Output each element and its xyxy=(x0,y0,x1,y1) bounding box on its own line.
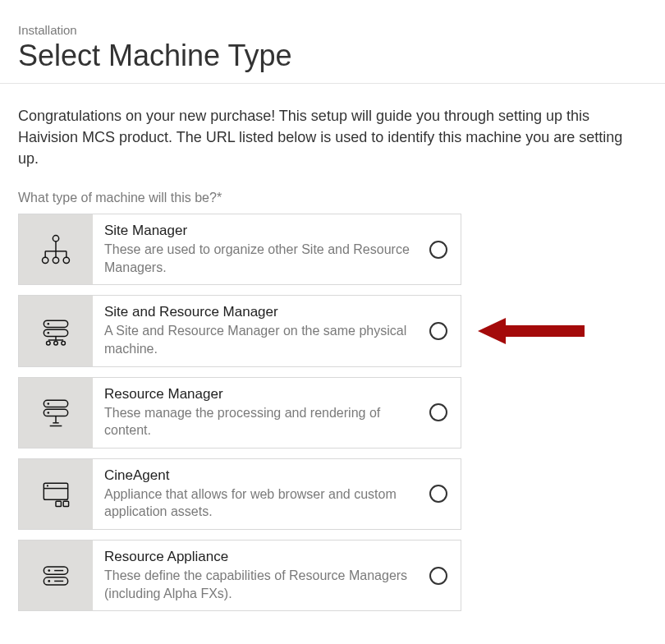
svg-point-7 xyxy=(53,257,58,263)
option-title: Resource Manager xyxy=(104,386,415,402)
option-title: Site and Resource Manager xyxy=(104,304,415,320)
resource-appliance-icon xyxy=(19,540,93,610)
svg-rect-30 xyxy=(63,502,68,507)
svg-marker-18 xyxy=(478,318,585,344)
radio-indicator xyxy=(429,485,447,503)
option-desc: Appliance that allows for web browser an… xyxy=(104,485,415,521)
option-desc: These define the capabilities of Resourc… xyxy=(104,567,415,602)
svg-point-6 xyxy=(43,257,48,263)
red-arrow-annotation xyxy=(478,315,585,347)
svg-point-22 xyxy=(48,412,50,414)
intro-text: Congratulations on your new purchase! Th… xyxy=(18,105,642,169)
site-resource-manager-icon xyxy=(19,296,93,366)
option-desc: These are used to organize other Site an… xyxy=(104,241,415,276)
breadcrumb: Installation xyxy=(18,23,647,37)
svg-point-8 xyxy=(63,257,69,263)
radio-indicator xyxy=(429,567,447,585)
site-manager-icon xyxy=(19,214,93,284)
option-title: Resource Appliance xyxy=(104,549,415,565)
svg-point-16 xyxy=(54,341,58,345)
option-cineagent[interactable]: CineAgent Appliance that allows for web … xyxy=(18,458,461,530)
option-site-manager[interactable]: Site Manager These are used to organize … xyxy=(18,214,461,285)
cineagent-icon xyxy=(19,459,93,529)
machine-type-options: Site Manager These are used to organize … xyxy=(18,214,461,611)
divider xyxy=(0,83,665,84)
option-desc: A Site and Resource Manager on the same … xyxy=(104,322,415,357)
svg-point-11 xyxy=(48,323,50,325)
option-title: CineAgent xyxy=(104,467,415,484)
svg-rect-29 xyxy=(56,502,61,507)
option-site-resource-manager[interactable]: Site and Resource Manager A Site and Res… xyxy=(18,295,461,366)
radio-indicator xyxy=(429,241,447,259)
svg-point-0 xyxy=(53,235,58,241)
page-title: Select Machine Type xyxy=(18,39,647,73)
svg-point-12 xyxy=(48,332,50,334)
svg-point-33 xyxy=(48,569,50,572)
option-desc: These manage the processing and renderin… xyxy=(104,404,415,439)
resource-manager-icon xyxy=(19,378,93,448)
svg-point-28 xyxy=(47,485,48,487)
svg-point-17 xyxy=(62,341,66,345)
svg-point-34 xyxy=(48,580,50,582)
question-label: What type of machine will this be?* xyxy=(18,191,647,205)
option-title: Site Manager xyxy=(104,223,415,239)
option-resource-appliance[interactable]: Resource Appliance These define the capa… xyxy=(18,540,461,611)
svg-point-21 xyxy=(48,402,50,405)
svg-point-15 xyxy=(47,341,51,345)
option-resource-manager[interactable]: Resource Manager These manage the proces… xyxy=(18,377,461,448)
radio-indicator xyxy=(429,403,447,421)
radio-indicator xyxy=(429,322,447,340)
